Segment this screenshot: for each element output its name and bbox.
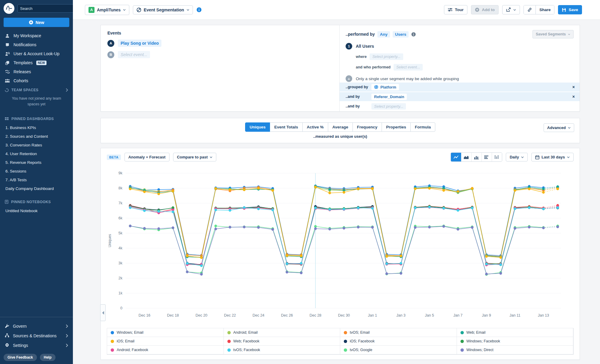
pinned-dashboard-item[interactable]: Daily Company Dashboard: [0, 184, 73, 193]
select-property-placeholder[interactable]: Select property...: [371, 103, 406, 110]
area-chart-button[interactable]: [461, 153, 471, 161]
caret-down-icon: [513, 9, 516, 11]
pinned-dashboards-header: PINNED DASHBOARDS: [0, 114, 73, 122]
legend-item[interactable]: tvOS; Google: [340, 345, 457, 354]
pinned-dashboard-item[interactable]: 3. Conversion Rates: [0, 141, 73, 149]
caret-down-icon: [187, 9, 189, 11]
sliders-icon: [448, 8, 452, 12]
svg-text:8k: 8k: [118, 186, 123, 190]
event-letter-badge: A: [107, 40, 114, 47]
add-to-button[interactable]: Add to: [471, 5, 499, 14]
legend-item[interactable]: iOS; Facebook: [340, 337, 457, 346]
sidebar-item-cohorts[interactable]: Cohorts: [0, 76, 73, 85]
legend-item[interactable]: Windows; Email: [107, 328, 224, 337]
granularity-selector[interactable]: Daily: [506, 153, 528, 161]
team-spaces-header[interactable]: TEAM SPACES: [0, 85, 73, 93]
bar-chart-button[interactable]: [471, 153, 482, 161]
legend-item[interactable]: Windows; Direct: [457, 345, 574, 354]
tab-event-totals[interactable]: Event Totals: [270, 122, 302, 132]
share-button[interactable]: Share: [536, 5, 554, 14]
performed-by-any[interactable]: Any: [377, 31, 390, 38]
help-button[interactable]: Help: [40, 354, 56, 361]
amplitude-logo-icon: [5, 5, 13, 12]
date-range-selector[interactable]: Last 30 days: [531, 153, 574, 161]
new-button[interactable]: New: [4, 18, 69, 27]
analysis-type-selector[interactable]: Event Segmentation: [133, 5, 193, 14]
tab-formula[interactable]: Formula: [410, 122, 435, 132]
legend-series-dot: [460, 348, 464, 352]
collapse-panel-handle[interactable]: [100, 304, 106, 321]
info-icon[interactable]: [411, 32, 416, 37]
saved-segments-button[interactable]: Saved Segments: [532, 30, 574, 38]
line-chart-button[interactable]: [451, 153, 461, 161]
legend-series-label: tvOS; Google: [350, 348, 372, 352]
legend-item[interactable]: Web; Email: [457, 328, 574, 337]
sidebar-item-releases[interactable]: Releases: [0, 67, 73, 76]
legend-item[interactable]: Android; Facebook: [107, 345, 224, 354]
legend-series-dot: [111, 340, 114, 343]
pinned-dashboard-item[interactable]: 1. Business KPIs: [0, 123, 73, 132]
tab-frequency[interactable]: Frequency: [352, 122, 382, 132]
sidebar-item-my-workspace[interactable]: My Workspace: [0, 31, 73, 40]
sidebar-item-user-account-lookup[interactable]: User & Account Look-Up: [0, 49, 73, 58]
legend-item[interactable]: iOS; Email: [107, 337, 224, 346]
legend-series-label: Web; Email: [466, 330, 486, 335]
tab-uniques[interactable]: Uniques: [245, 122, 270, 132]
main-area: A AmpliTunes Event Segmentation Tour Add…: [73, 0, 600, 364]
remove-groupby-button[interactable]: ×: [572, 85, 575, 89]
caret-down-icon: [123, 9, 126, 11]
pinned-dashboard-item[interactable]: 2. Sources and Content: [0, 132, 73, 141]
notebook-icon: [5, 200, 8, 204]
and-by-referer-chip[interactable]: Referer_Domain: [371, 94, 407, 100]
grouped-by-platform-chip[interactable]: Platform: [371, 84, 399, 90]
legend-item[interactable]: Windows; Facebook: [457, 337, 574, 346]
legend-item[interactable]: tvOS; Email: [340, 328, 457, 337]
sidebar-search[interactable]: [17, 4, 80, 13]
amplitude-logo[interactable]: [4, 3, 14, 14]
area-chart-icon: [464, 155, 469, 159]
where-property-placeholder[interactable]: Select property...: [370, 53, 403, 60]
event-name-chip[interactable]: Play Song or Video: [118, 40, 161, 47]
pinned-dashboard-item[interactable]: 5. Revenue Reports: [0, 158, 73, 167]
segment-name[interactable]: All Users: [356, 44, 374, 49]
tab-active-[interactable]: Active %: [302, 122, 328, 132]
tour-button[interactable]: Tour: [444, 5, 467, 14]
remove-groupby-button[interactable]: ×: [572, 94, 575, 99]
advanced-button[interactable]: Advanced: [544, 123, 574, 132]
pinned-dashboard-item[interactable]: 6. Sessions: [0, 167, 73, 176]
svg-text:Dec 20: Dec 20: [196, 313, 208, 317]
search-input[interactable]: [20, 6, 73, 11]
who-performed-placeholder[interactable]: Select event...: [394, 64, 423, 71]
sidebar-item-templates[interactable]: Templates NEW: [0, 58, 73, 67]
save-button[interactable]: Save: [558, 5, 582, 14]
select-event-placeholder[interactable]: Select event...: [118, 51, 150, 58]
copy-link-button[interactable]: [524, 5, 536, 14]
tab-properties[interactable]: Properties: [382, 122, 411, 132]
compare-to-past-button[interactable]: Compare to past: [173, 153, 217, 161]
info-icon[interactable]: [196, 7, 202, 12]
project-selector[interactable]: A AmpliTunes: [85, 5, 129, 15]
sidebar-item-govern[interactable]: Govern: [0, 321, 73, 331]
add-segment-icon[interactable]: +: [346, 75, 352, 82]
tab-average[interactable]: Average: [328, 122, 353, 132]
legend-series-label: iOS; Facebook: [350, 339, 375, 343]
horizontal-bar-button[interactable]: [482, 153, 492, 161]
legend-series-dot: [344, 331, 347, 334]
legend-item[interactable]: tvOS; Facebook: [224, 345, 340, 354]
give-feedback-button[interactable]: Give Feedback: [4, 354, 37, 361]
pinned-dashboard-item[interactable]: 7. A/B Tests: [0, 176, 73, 184]
horizontal-bar-icon: [484, 155, 489, 159]
chart-plot-area[interactable]: 01k2k3k4k5k6k7k8k9kUniquesDec 16Dec 18De…: [107, 164, 574, 324]
performed-by-users[interactable]: Users: [393, 31, 409, 38]
pinned-notebook-item[interactable]: Untitled Notebook: [0, 206, 73, 215]
sidebar-item-sources-destinations[interactable]: Sources & Destinations: [0, 331, 73, 341]
stacked-chart-button[interactable]: [492, 153, 502, 161]
pinned-dashboard-item[interactable]: 4. User Retention: [0, 149, 73, 158]
svg-text:Uniques: Uniques: [108, 234, 112, 247]
legend-item[interactable]: Android; Email: [224, 328, 340, 337]
sidebar-item-settings[interactable]: Settings: [0, 341, 73, 350]
anomaly-forecast-button[interactable]: Anomaly + Forecast: [124, 153, 170, 161]
export-button[interactable]: [502, 5, 520, 14]
legend-item[interactable]: Web; Facebook: [224, 337, 340, 346]
sidebar-item-notifications[interactable]: Notifications: [0, 40, 73, 49]
